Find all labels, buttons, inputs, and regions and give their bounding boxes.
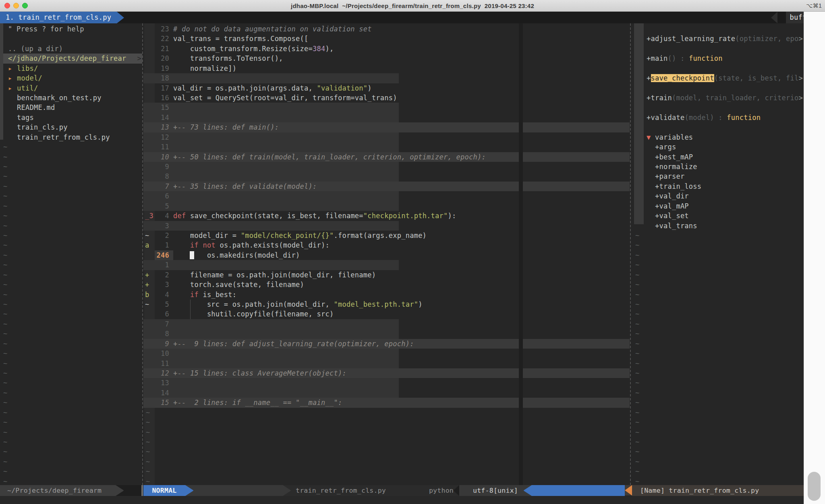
fold-text: +-- 73 lines: def main(): [173, 122, 279, 132]
editor-tilde-line: ~ [143, 457, 630, 467]
tag-label: +parser [647, 171, 684, 181]
folded-code-line[interactable]: 9+-- 9 lines: def adjust_learning_rate(o… [143, 339, 630, 349]
nerdtree-file-benchmark_on_testpy[interactable]: benchmark_on_test.py [0, 93, 142, 103]
statusline-filetype: python [395, 485, 454, 496]
code-text: transforms.ToTensor(), [173, 54, 283, 63]
tag-label: +val_trans [647, 221, 697, 231]
macos-scrollbar-thumb[interactable] [808, 472, 821, 501]
code-line[interactable]: 3+ torch.save(state, filename) [143, 280, 630, 289]
command-line[interactable] [0, 496, 804, 504]
sign-mark: ~ [145, 231, 149, 240]
folded-code-line[interactable]: 10+-- 50 lines: def train(model, train_l… [143, 152, 630, 162]
nerdtree-root-dir[interactable]: </jdhao/Projects/deep_firear> [0, 54, 142, 63]
tagbar-tag[interactable]: +args [631, 142, 803, 152]
tagbar-blank-line [631, 44, 803, 54]
chevron-right-icon: ▸ [8, 73, 12, 83]
nerdtree-up-a-dir[interactable]: .. (up a dir) [0, 44, 142, 54]
blank-line-highlight [143, 329, 399, 339]
code-line[interactable]: 8 [143, 171, 630, 181]
tagbar-tag[interactable]: +normalize [631, 162, 803, 171]
code-line[interactable]: 5 [143, 201, 630, 211]
nerdtree-file-READMEmd[interactable]: README.md [0, 103, 142, 112]
code-line[interactable]: 19 normalize]) [143, 64, 630, 73]
code-line[interactable]: 6 shutil.copyfile(filename, src) [143, 309, 630, 319]
line-number: 6 [143, 309, 169, 319]
blank-line-highlight [143, 132, 399, 142]
nerdtree-tilde-line: ~ [3, 142, 8, 152]
code-line[interactable]: 14 [143, 388, 630, 398]
code-line[interactable]: 246 os.makedirs(model_dir) [143, 250, 630, 260]
tilde-marker: ~ [3, 379, 8, 387]
code-line[interactable]: 2+ filename = os.path.join(model_dir, fi… [143, 270, 630, 280]
tab-train-retr-from-cls[interactable]: 1. train_retr_from_cls.py [0, 12, 117, 23]
code-line[interactable]: 5~ src = os.path.join(model_dir, "model_… [143, 300, 630, 309]
code-line[interactable]: 15 [143, 103, 630, 112]
window-separator-left[interactable] [142, 23, 143, 485]
tagbar-tag[interactable]: +main() : function [631, 54, 803, 63]
folded-code-line[interactable]: 7+-- 35 lines: def validate(model): [143, 182, 630, 191]
tagbar-tag[interactable]: +best_mAP [631, 152, 803, 162]
nerdtree-tilde-line: ~ [3, 240, 8, 250]
tilde-marker: ~ [3, 310, 8, 318]
code-line[interactable]: 8 [143, 329, 630, 339]
editor-panel: 23# do not do data augmentation on valid… [143, 23, 630, 485]
code-line[interactable]: 10 [143, 349, 630, 358]
nerdtree-tilde-line: ~ [3, 417, 8, 427]
code-line[interactable]: 7 [143, 319, 630, 329]
code-line[interactable]: 6 [143, 191, 630, 201]
folded-code-line[interactable]: 15+-- 2 lines: if __name__ == "__main__"… [143, 398, 630, 407]
macos-scrollbar-track[interactable] [804, 12, 825, 504]
tagbar-tag[interactable]: +validate(model) : function [631, 113, 803, 122]
nerdtree-dir-libs[interactable]: ▸libs/ [0, 64, 142, 73]
up-dir-label: .. (up a dir) [8, 44, 63, 54]
editor-tilde-line: ~ [143, 428, 630, 437]
code-line[interactable]: 11 [143, 359, 630, 368]
nerdtree-file-train_clspy[interactable]: train_cls.py [0, 122, 142, 132]
code-line[interactable]: 3 [143, 221, 630, 231]
code-line[interactable]: 21 custom_transform.Resize(size=384), [143, 44, 630, 54]
tagbar-section-variables[interactable]: ▼ variables [631, 132, 803, 142]
tilde-marker: ~ [3, 231, 8, 240]
tagbar-tag[interactable]: +val_dir [631, 191, 803, 201]
tag-label: +train(model, train_loader, criterio> [647, 93, 803, 103]
tagbar-tag[interactable]: +val_trans [631, 221, 803, 231]
code-line[interactable]: 12 [143, 132, 630, 142]
tilde-marker: ~ [3, 409, 8, 417]
folded-code-line[interactable]: 12+-- 15 lines: class AverageMeter(objec… [143, 368, 630, 378]
code-line[interactable]: 1a if not os.path.exists(model_dir): [143, 240, 630, 250]
code-line[interactable]: 16val_set = QuerySet(root=val_dir, trans… [143, 93, 630, 103]
code-line[interactable]: 4b if is_best: [143, 290, 630, 300]
tagbar-blank-line [631, 122, 803, 132]
tagbar-tag[interactable]: +train(model, train_loader, criterio> [631, 93, 803, 103]
tagbar-tag[interactable]: +save_checkpoint(state, is_best, fil> [631, 73, 803, 83]
tagbar-tag[interactable]: +parser [631, 171, 803, 181]
code-line[interactable]: 2~ model_dir = "model/check_point/{}".fo… [143, 231, 630, 240]
tag-label: ▼ variables [647, 132, 693, 142]
tilde-marker: ~ [3, 418, 8, 426]
code-line[interactable]: 1 [143, 260, 630, 270]
nerdtree-dir-model[interactable]: ▸model/ [0, 73, 142, 83]
code-line[interactable]: 22val_trans = transforms.Compose([ [143, 34, 630, 43]
tagbar-tag[interactable]: +val_set [631, 211, 803, 221]
code-line[interactable]: 4_3def save_checkpoint(state, is_best, f… [143, 211, 630, 221]
code-line[interactable]: 18 [143, 73, 630, 83]
code-line[interactable]: 23# do not do data augmentation on valid… [143, 24, 630, 34]
code-line[interactable]: 17val_dir = os.path.join(args.data, "val… [143, 83, 630, 93]
code-line[interactable]: 11 [143, 142, 630, 152]
folded-code-line[interactable]: 13+-- 73 lines: def main(): [143, 122, 630, 132]
code-line[interactable]: 9 [143, 162, 630, 171]
tagbar-tag[interactable]: +adjust_learning_rate(optimizer, epo> [631, 34, 803, 43]
tilde-marker: ~ [635, 309, 640, 319]
tagbar-tag[interactable]: +val_mAP [631, 201, 803, 211]
nerdtree-file-train_retr_from_clspy[interactable]: train_retr_from_cls.py [0, 132, 142, 142]
file-label: README.md [17, 103, 55, 112]
nerdtree-tilde-line: ~ [3, 300, 8, 309]
tagbar-tag[interactable]: +train_loss [631, 182, 803, 191]
nerdtree-file-tags[interactable]: tags [0, 113, 142, 122]
code-line[interactable]: 13 [143, 378, 630, 388]
blank-line-highlight [143, 378, 399, 388]
code-line[interactable]: 14 [143, 113, 630, 122]
code-line[interactable]: 20 transforms.ToTensor(), [143, 54, 630, 63]
tag-label: +save_checkpoint(state, is_best, fil> [647, 73, 803, 83]
nerdtree-dir-util[interactable]: ▸util/ [0, 83, 142, 93]
